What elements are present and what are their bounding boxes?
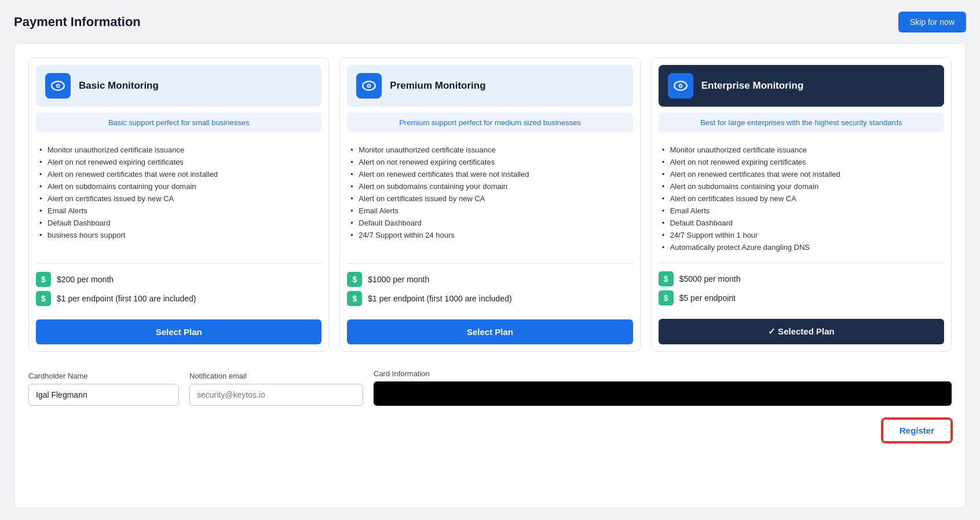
plan-header-premium: Premium Monitoring — [347, 65, 632, 107]
cardholder-label: Cardholder Name — [28, 372, 179, 380]
footer-row: Register — [28, 419, 952, 442]
feature-item: business hours support — [39, 229, 318, 241]
plan-name-enterprise: Enterprise Monitoring — [701, 80, 804, 92]
cardholder-group: Cardholder Name — [28, 372, 179, 406]
feature-item: Monitor unauthorized certificate issuanc… — [39, 144, 318, 156]
price-text: $1 per endpoint (first 1000 are included… — [368, 294, 511, 303]
card-info-box[interactable] — [374, 381, 952, 406]
email-input[interactable] — [189, 384, 363, 406]
plan-divider-enterprise — [659, 263, 944, 263]
plan-card-basic: Basic Monitoring Basic support perfect f… — [28, 57, 329, 352]
feature-item: Alert on certificates issued by new CA — [350, 192, 629, 205]
skip-for-now-button[interactable]: Skip for now — [898, 12, 966, 32]
price-row: $ $1 per endpoint (first 1000 are includ… — [347, 291, 632, 306]
feature-item: Alert on certificates issued by new CA — [39, 192, 318, 205]
feature-item: Default Dashboard — [39, 217, 318, 229]
plan-icon-basic — [45, 73, 71, 99]
main-card: Basic Monitoring Basic support perfect f… — [14, 43, 966, 508]
plan-name-premium: Premium Monitoring — [390, 80, 485, 92]
price-icon: $ — [659, 290, 674, 306]
svg-point-2 — [57, 85, 58, 86]
plan-icon-enterprise — [668, 73, 693, 99]
plan-features-enterprise: Monitor unauthorized certificate issuanc… — [652, 138, 951, 259]
feature-item: 24/7 Support within 1 hour — [662, 229, 941, 241]
price-row: $ $200 per month — [36, 272, 321, 287]
feature-item: Alert on renewed certificates that were … — [39, 168, 318, 180]
feature-item: Alert on subdomains containing your doma… — [662, 180, 941, 192]
price-icon: $ — [36, 272, 51, 287]
feature-item: Monitor unauthorized certificate issuanc… — [350, 144, 629, 156]
feature-item: Email Alerts — [662, 205, 941, 217]
cardholder-input[interactable] — [28, 384, 179, 406]
page-title: Payment Information — [14, 14, 141, 30]
plan-subtitle-box-basic: Basic support perfect for small business… — [36, 112, 321, 132]
price-row: $ $5000 per month — [659, 271, 944, 286]
svg-point-8 — [679, 85, 681, 86]
feature-item: Email Alerts — [350, 205, 629, 217]
price-icon: $ — [659, 271, 674, 286]
plan-subtitle-box-premium: Premium support perfect for medium sized… — [347, 112, 632, 132]
plan-subtitle-box-enterprise: Best for large enterprises with the high… — [659, 112, 944, 132]
feature-item: Alert on certificates issued by new CA — [662, 192, 941, 205]
feature-item: Alert on not renewed expiring certificat… — [662, 156, 941, 168]
price-row: $ $1 per endpoint (first 100 are include… — [36, 291, 321, 306]
feature-item: Email Alerts — [39, 205, 318, 217]
feature-item: Default Dashboard — [662, 217, 941, 229]
select-plan-button-premium[interactable]: Select Plan — [347, 319, 632, 344]
email-label: Notification email — [189, 372, 363, 380]
price-row: $ $1000 per month — [347, 272, 632, 287]
feature-item: Automatically protect Azure dangling DNS — [662, 241, 941, 253]
feature-item: Alert on renewed certificates that were … — [350, 168, 629, 180]
plan-pricing-premium: $ $1000 per month $ $1 per endpoint (fir… — [340, 267, 639, 315]
form-row: Cardholder Name Notification email Card … — [28, 369, 952, 406]
email-group: Notification email — [189, 372, 363, 406]
svg-point-5 — [368, 85, 370, 86]
price-text: $1 per endpoint (first 100 are included) — [57, 294, 196, 303]
plans-row: Basic Monitoring Basic support perfect f… — [28, 57, 952, 352]
feature-item: Alert on not renewed expiring certificat… — [39, 156, 318, 168]
price-text: $5000 per month — [679, 274, 741, 283]
select-plan-button-basic[interactable]: Select Plan — [36, 319, 321, 344]
selected-plan-button[interactable]: ✓ Selected Plan — [659, 319, 944, 344]
plan-subtitle-basic: Basic support perfect for small business… — [108, 118, 250, 127]
plan-header-enterprise: Enterprise Monitoring — [659, 65, 944, 107]
feature-item: Alert on not renewed expiring certificat… — [350, 156, 629, 168]
feature-item: Default Dashboard — [350, 217, 629, 229]
price-icon: $ — [36, 291, 51, 306]
feature-item: Monitor unauthorized certificate issuanc… — [662, 144, 941, 156]
plan-divider-premium — [347, 263, 632, 264]
plan-card-enterprise: Enterprise Monitoring Best for large ent… — [651, 57, 952, 352]
plan-header-basic: Basic Monitoring — [36, 65, 321, 107]
plan-card-premium: Premium Monitoring Premium support perfe… — [339, 57, 640, 352]
price-text: $5 per endpoint — [679, 293, 736, 303]
plan-features-basic: Monitor unauthorized certificate issuanc… — [29, 138, 328, 260]
price-text: $200 per month — [57, 275, 114, 284]
plan-pricing-enterprise: $ $5000 per month $ $5 per endpoint — [652, 267, 951, 314]
card-label: Card Information — [374, 369, 952, 378]
register-button[interactable]: Register — [882, 419, 952, 442]
plan-subtitle-premium: Premium support perfect for medium sized… — [399, 118, 581, 127]
price-row: $ $5 per endpoint — [659, 290, 944, 306]
feature-item: Alert on renewed certificates that were … — [662, 168, 941, 180]
card-group: Card Information — [374, 369, 952, 406]
plan-divider-basic — [36, 263, 321, 264]
plan-name-basic: Basic Monitoring — [79, 80, 159, 92]
price-icon: $ — [347, 272, 362, 287]
plan-icon-premium — [356, 73, 382, 99]
price-text: $1000 per month — [368, 275, 429, 284]
feature-item: Alert on subdomains containing your doma… — [39, 180, 318, 192]
feature-item: Alert on subdomains containing your doma… — [350, 180, 629, 192]
price-icon: $ — [347, 291, 362, 306]
plan-subtitle-enterprise: Best for large enterprises with the high… — [700, 118, 902, 127]
feature-item: 24/7 Support within 24 hours — [350, 229, 629, 241]
plan-features-premium: Monitor unauthorized certificate issuanc… — [340, 138, 639, 260]
plan-pricing-basic: $ $200 per month $ $1 per endpoint (firs… — [29, 267, 328, 315]
